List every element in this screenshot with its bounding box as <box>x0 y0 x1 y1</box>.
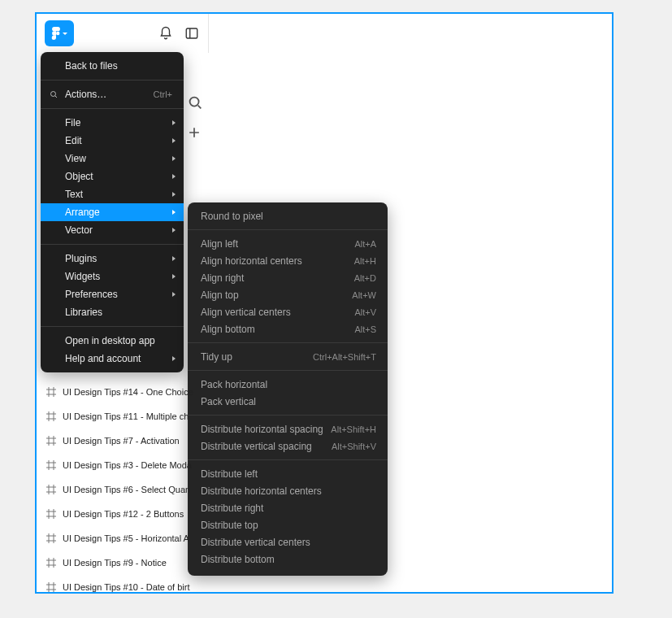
menu-item-label: Distribute horizontal spacing <box>201 424 331 435</box>
submenu-dist-top[interactable]: Distribute top <box>188 516 388 533</box>
menu-separator <box>41 326 184 327</box>
figma-menu-button[interactable] <box>45 20 74 46</box>
menu-item-label: Distribute vertical spacing <box>201 441 332 452</box>
layer-row[interactable]: UI Design Tips #5 - Horizontal A <box>43 526 206 551</box>
layers-panel: UI Design Tips #14 - One Choice UI Desig… <box>43 380 206 594</box>
layer-name: UI Design Tips #12 - 2 Buttons <box>63 509 184 519</box>
layer-row[interactable]: UI Design Tips #7 - Activation <box>43 429 206 453</box>
panels-button[interactable] <box>184 25 200 41</box>
submenu-dist-bottom[interactable]: Distribute bottom <box>188 551 388 568</box>
menu-libraries[interactable]: Libraries <box>41 303 184 321</box>
chevron-down-icon <box>63 33 67 35</box>
search-icon[interactable] <box>186 94 204 111</box>
panel-icon <box>184 26 199 41</box>
submenu-align-right[interactable]: Align rightAlt+D <box>188 269 388 286</box>
layer-row[interactable]: UI Design Tips #3 - Delete Moda <box>43 453 206 477</box>
submenu-align-top[interactable]: Align topAlt+W <box>188 286 388 303</box>
submenu-align-vcenter[interactable]: Align vertical centersAlt+V <box>188 303 388 320</box>
svg-point-3 <box>51 92 56 97</box>
submenu-align-bottom[interactable]: Align bottomAlt+S <box>188 320 388 337</box>
menu-item-label: Plugins <box>65 253 172 264</box>
menu-edit[interactable]: Edit <box>41 132 184 150</box>
layer-name: UI Design Tips #9 - Notice <box>63 558 167 568</box>
submenu-dist-right[interactable]: Distribute right <box>188 499 388 516</box>
menu-separator <box>188 229 388 230</box>
layer-row[interactable]: UI Design Tips #11 - Multiple ch <box>43 404 206 429</box>
menu-open-desktop[interactable]: Open in desktop app <box>41 332 184 350</box>
menu-shortcut: Alt+Shift+V <box>332 442 376 451</box>
frame-icon <box>46 582 56 592</box>
submenu-pack-vertical[interactable]: Pack vertical <box>188 393 388 410</box>
menu-arrange[interactable]: Arrange <box>41 203 184 221</box>
menu-shortcut: Alt+D <box>354 273 376 283</box>
menu-item-label: Text <box>65 189 172 200</box>
layer-row[interactable]: UI Design Tips #9 - Notice <box>43 551 206 575</box>
menu-item-label: Object <box>65 171 172 182</box>
layer-row[interactable]: UI Design Tips #12 - 2 Buttons <box>43 502 206 526</box>
menu-item-label: Align vertical centers <box>201 307 354 318</box>
submenu-align-left[interactable]: Align leftAlt+A <box>188 235 388 252</box>
toolbar <box>37 14 209 53</box>
layer-row[interactable]: UI Design Tips #10 - Date of birt <box>43 575 206 594</box>
menu-item-label: Align horizontal centers <box>201 255 354 267</box>
submenu-pack-horizontal[interactable]: Pack horizontal <box>188 376 388 393</box>
plus-icon[interactable] <box>186 124 202 141</box>
frame-icon <box>46 436 56 446</box>
menu-item-label: Round to pixel <box>201 211 376 222</box>
submenu-dist-vspacing[interactable]: Distribute vertical spacingAlt+Shift+V <box>188 437 388 455</box>
menu-item-label: Distribute right <box>201 503 376 514</box>
layer-row[interactable]: UI Design Tips #14 - One Choice <box>43 380 206 404</box>
layer-name: UI Design Tips #11 - Multiple ch <box>63 411 189 421</box>
menu-item-label: File <box>65 117 172 128</box>
layer-row[interactable]: UI Design Tips #6 - Select Quan <box>43 477 206 502</box>
menu-file[interactable]: File <box>41 114 184 132</box>
menu-help[interactable]: Help and account <box>41 350 184 368</box>
layer-name: UI Design Tips #7 - Activation <box>63 436 180 446</box>
menu-plugins[interactable]: Plugins <box>41 250 184 268</box>
menu-widgets[interactable]: Widgets <box>41 268 184 285</box>
frame-icon <box>46 387 56 397</box>
frame-icon <box>46 509 56 519</box>
menu-shortcut: Alt+S <box>354 324 376 334</box>
menu-separator <box>41 244 184 245</box>
menu-item-label: Align right <box>201 272 354 284</box>
submenu-round-pixel[interactable]: Round to pixel <box>188 207 388 224</box>
menu-vector[interactable]: Vector <box>41 221 184 239</box>
menu-text[interactable]: Text <box>41 185 184 203</box>
menu-item-label: Align top <box>201 289 352 301</box>
menu-separator <box>41 108 184 109</box>
menu-shortcut: Ctrl+ <box>153 89 172 99</box>
submenu-dist-hcenter[interactable]: Distribute horizontal centers <box>188 482 388 499</box>
menu-preferences[interactable]: Preferences <box>41 285 184 303</box>
layer-name: UI Design Tips #3 - Delete Moda <box>63 460 192 470</box>
menu-back-to-files[interactable]: Back to files <box>41 57 184 75</box>
frame-icon <box>46 533 56 543</box>
submenu-dist-left[interactable]: Distribute left <box>188 465 388 482</box>
menu-actions[interactable]: Actions… Ctrl+ <box>41 85 184 103</box>
menu-item-label: Pack horizontal <box>201 379 376 390</box>
svg-rect-1 <box>186 28 197 38</box>
svg-point-2 <box>190 98 199 107</box>
menu-item-label: View <box>65 153 172 164</box>
layer-name: UI Design Tips #6 - Select Quan <box>63 485 190 494</box>
submenu-dist-vcenter[interactable]: Distribute vertical centers <box>188 533 388 551</box>
figma-logo-icon <box>51 27 61 40</box>
search-icon <box>49 89 59 99</box>
submenu-dist-hspacing[interactable]: Distribute horizontal spacingAlt+Shift+H <box>188 420 388 437</box>
layer-name: UI Design Tips #10 - Date of birt <box>63 582 190 592</box>
menu-separator <box>188 370 388 371</box>
menu-view[interactable]: View <box>41 150 184 168</box>
menu-separator <box>188 415 388 416</box>
submenu-tidy-up[interactable]: Tidy upCtrl+Alt+Shift+T <box>188 348 388 365</box>
menu-item-label: Distribute top <box>201 520 376 531</box>
menu-shortcut: Alt+V <box>354 307 376 317</box>
menu-object[interactable]: Object <box>41 168 184 185</box>
bell-icon <box>158 26 173 41</box>
menu-item-label: Distribute left <box>201 468 376 480</box>
layer-name: UI Design Tips #5 - Horizontal A <box>63 533 189 543</box>
frame-icon <box>46 460 56 470</box>
notifications-button[interactable] <box>158 25 174 41</box>
menu-item-label: Open in desktop app <box>65 335 172 346</box>
menu-separator <box>188 459 388 460</box>
submenu-align-hcenter[interactable]: Align horizontal centersAlt+H <box>188 252 388 269</box>
